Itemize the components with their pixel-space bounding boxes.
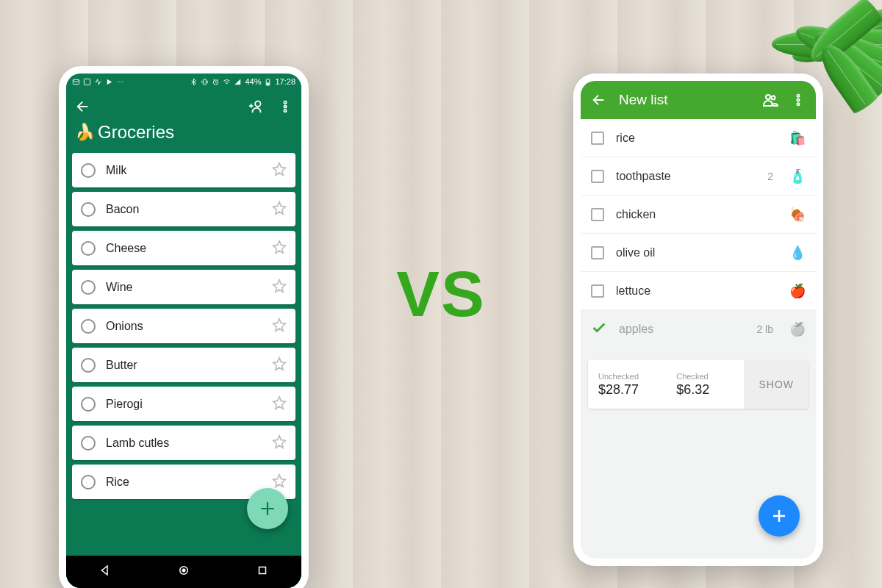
checked-value: $6.32 [676,382,734,398]
list-item[interactable]: Milk [72,153,295,187]
list-item[interactable]: apples2 lb🍏 [581,310,816,348]
radio-unchecked-icon[interactable] [81,241,96,256]
star-icon[interactable] [272,473,287,491]
star-icon[interactable] [272,395,287,413]
nav-recents-button[interactable] [256,564,269,580]
radio-unchecked-icon[interactable] [81,163,96,178]
list-item[interactable]: rice🛍️ [581,119,816,157]
category-icon: 🛍️ [789,130,806,146]
wifi-icon [223,78,231,86]
item-name: Onions [106,320,262,333]
item-name: Rice [106,476,262,489]
checkbox-unchecked-icon[interactable] [591,208,604,221]
category-icon: 🍖 [789,207,806,223]
radio-unchecked-icon[interactable] [81,202,96,217]
nav-back-button[interactable] [98,564,112,580]
checkbox-unchecked-icon[interactable] [591,170,604,183]
app-header-right: New list [581,81,816,119]
grocery-list-right[interactable]: rice🛍️toothpaste2🧴chicken🍖olive oil💧lett… [581,119,816,348]
add-item-fab[interactable] [247,488,288,529]
svg-point-8 [284,105,286,107]
list-item[interactable]: Lamb cutles [72,426,295,460]
item-name: Wine [106,281,262,294]
svg-point-9 [284,110,286,112]
list-item[interactable]: Wine [72,270,295,304]
star-icon[interactable] [272,201,287,218]
list-item[interactable]: lettuce🍎 [581,272,816,310]
svg-rect-2 [204,79,207,84]
totals-bar: Unchecked $28.77 Checked $6.32 SHOW [588,360,808,409]
battery-percent: 44% [245,77,261,86]
show-button[interactable]: SHOW [744,360,808,409]
more-menu-button[interactable] [278,99,293,114]
list-item[interactable]: toothpaste2🧴 [581,157,816,196]
unchecked-label: Unchecked [598,372,656,381]
nav-home-button[interactable] [177,564,190,580]
checked-label: Checked [676,372,734,381]
radio-unchecked-icon[interactable] [81,397,96,412]
svg-rect-1 [84,79,90,85]
add-person-button[interactable] [248,98,265,115]
checkmark-icon[interactable] [591,320,607,339]
radio-unchecked-icon[interactable] [81,436,96,451]
radio-unchecked-icon[interactable] [81,358,96,373]
more-notifications-icon: ⋯ [116,78,123,86]
checkbox-unchecked-icon[interactable] [591,246,604,259]
item-name: Bacon [106,203,262,216]
svg-point-17 [797,103,799,105]
list-item[interactable]: Bacon [72,192,295,226]
checkbox-unchecked-icon[interactable] [591,132,604,145]
bluetooth-icon [190,78,198,86]
radio-unchecked-icon[interactable] [81,319,96,334]
unchecked-value: $28.77 [598,382,656,398]
item-name: lettuce [616,284,778,298]
item-name: toothpaste [616,170,756,183]
star-icon[interactable] [272,434,287,452]
svg-point-6 [255,101,260,107]
item-name: Cheese [106,242,262,255]
radio-unchecked-icon[interactable] [81,280,96,295]
item-name: chicken [616,208,778,221]
app-header-left: 🍌 Groceries [66,90,301,153]
list-item[interactable]: olive oil💧 [581,234,816,272]
battery-icon [264,78,272,86]
svg-rect-5 [267,82,270,85]
svg-point-11 [182,569,186,573]
item-name: Lamb cutles [106,437,262,450]
list-item[interactable]: Butter [72,348,295,382]
svg-point-7 [284,101,286,104]
share-people-button[interactable] [761,91,779,109]
list-item[interactable]: Onions [72,309,295,343]
list-item[interactable]: chicken🍖 [581,196,816,234]
vs-label: VS [396,257,485,331]
category-icon: 🧴 [789,168,806,184]
svg-point-13 [766,95,770,99]
star-icon[interactable] [272,162,287,179]
back-button[interactable] [75,98,91,115]
item-name: Milk [106,164,262,177]
add-item-fab[interactable] [759,495,800,537]
radio-unchecked-icon[interactable] [81,475,96,490]
more-menu-button[interactable] [791,93,806,107]
svg-point-15 [797,95,799,97]
list-title: New list [619,92,750,108]
svg-point-16 [797,98,799,101]
star-icon[interactable] [272,318,287,335]
image-icon [83,78,91,86]
alarm-icon [212,78,220,86]
list-item[interactable]: Cheese [72,231,295,265]
item-name: Butter [106,359,262,372]
item-name: olive oil [616,246,778,259]
category-icon: 🍏 [789,321,806,337]
star-icon[interactable] [272,279,287,296]
mail-icon [72,78,80,86]
star-icon[interactable] [272,356,287,374]
status-bar: ⋯ 44% [66,74,301,90]
category-icon: 🍎 [789,283,806,299]
phone-right: New list rice🛍️toothpaste2🧴chicken🍖olive… [573,74,823,566]
checkbox-unchecked-icon[interactable] [591,284,604,298]
star-icon[interactable] [272,240,287,257]
back-button[interactable] [591,92,607,108]
item-name: Pierogi [106,398,262,411]
list-item[interactable]: Pierogi [72,387,295,421]
